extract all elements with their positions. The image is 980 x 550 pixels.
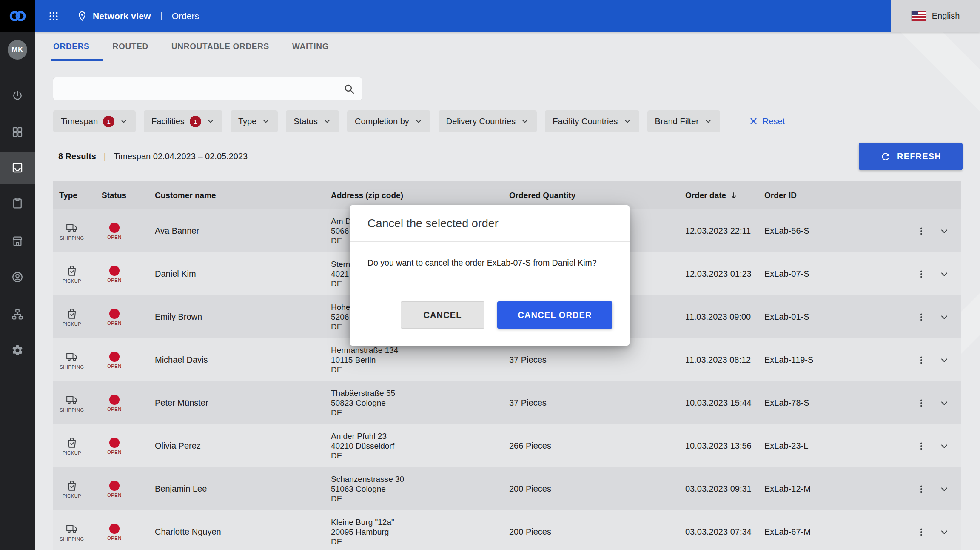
order-id: ExLab-119-S <box>758 355 813 365</box>
dialog-actions: CANCEL CANCEL ORDER <box>350 301 630 346</box>
expand-chevron-icon[interactable] <box>939 484 949 494</box>
filter-status[interactable]: Status <box>286 110 339 132</box>
ordered-quantity: 37 Pieces <box>503 398 679 408</box>
kebab-menu-icon[interactable] <box>916 484 926 494</box>
kebab-menu-icon[interactable] <box>916 527 926 537</box>
status-badge: OPEN <box>107 235 122 240</box>
brand-logo[interactable] <box>0 0 35 32</box>
col-status: Status <box>96 191 149 200</box>
chevron-down-icon <box>414 117 423 126</box>
reset-filters-button[interactable]: Reset <box>749 117 785 126</box>
kebab-menu-icon[interactable] <box>916 355 926 365</box>
timespan-summary: Timespan 02.04.2023 – 02.05.2023 <box>114 152 248 161</box>
expand-chevron-icon[interactable] <box>939 527 949 537</box>
dialog-message: Do you want to cancel the order ExLab-07… <box>350 242 630 268</box>
sidebar-item-orders-inbox[interactable] <box>0 152 35 184</box>
status-open-dot <box>109 481 120 491</box>
chevron-down-icon <box>704 117 712 126</box>
filter-delivery-countries[interactable]: Delivery Countries <box>439 110 537 132</box>
status-badge: OPEN <box>107 450 122 455</box>
order-id: ExLab-01-S <box>758 312 809 322</box>
status-open-dot <box>109 223 120 233</box>
language-selector[interactable]: English <box>891 0 980 32</box>
order-id: ExLab-12-M <box>758 484 811 494</box>
top-header: Network view | Orders English <box>35 0 980 32</box>
expand-chevron-icon[interactable] <box>939 312 949 322</box>
col-order-id: Order ID <box>758 191 961 200</box>
col-type: Type <box>53 191 96 200</box>
filter-facilities[interactable]: Facilities 1 <box>144 110 222 132</box>
table-row[interactable]: SHIPPING OPEN Peter Münster Thabäerstraß… <box>53 381 961 424</box>
search-icon[interactable] <box>343 83 355 95</box>
tab-unroutable-orders[interactable]: UNROUTABLE ORDERS <box>171 32 269 61</box>
sidebar-item-account[interactable] <box>0 261 35 293</box>
expand-chevron-icon[interactable] <box>939 398 949 408</box>
refresh-button[interactable]: REFRESH <box>859 143 963 170</box>
expand-chevron-icon[interactable] <box>939 355 949 365</box>
results-summary: 8 Results | Timespan 02.04.2023 – 02.05.… <box>58 143 248 169</box>
dialog-confirm-cancel-order-button[interactable]: CANCEL ORDER <box>497 301 612 329</box>
location-pin-icon <box>77 11 88 22</box>
filter-brand[interactable]: Brand Filter <box>647 110 720 132</box>
kebab-menu-icon[interactable] <box>916 441 926 451</box>
kebab-menu-icon[interactable] <box>916 269 926 279</box>
close-icon <box>749 117 758 126</box>
cancel-order-dialog: Cancel the selected order Do you want to… <box>350 205 630 346</box>
search-box <box>53 77 362 100</box>
sidebar-item-network[interactable] <box>0 298 35 330</box>
filter-type[interactable]: Type <box>231 110 278 132</box>
filter-timespan[interactable]: Timespan 1 <box>53 110 136 132</box>
status-badge: OPEN <box>107 321 122 326</box>
chevron-down-icon <box>521 117 529 126</box>
address: Schanzenstrasse 3051063 CologneDE <box>331 474 503 504</box>
order-date: 11.03.2023 09:00 <box>679 312 758 322</box>
table-row[interactable]: PICKUP OPEN Olivia Perez An der Pfuhl 23… <box>53 424 961 467</box>
tab-routed[interactable]: ROUTED <box>113 32 148 61</box>
expand-chevron-icon[interactable] <box>939 269 949 279</box>
dialog-cancel-button[interactable]: CANCEL <box>401 301 484 329</box>
table-row[interactable]: PICKUP OPEN Benjamin Lee Schanzenstrasse… <box>53 467 961 510</box>
apps-grid-icon <box>48 11 59 22</box>
filter-facility-countries[interactable]: Facility Countries <box>545 110 639 132</box>
refresh-icon <box>880 151 891 162</box>
status-badge: OPEN <box>107 493 122 498</box>
address: Thabäerstraße 5550823 CologneDE <box>331 388 503 418</box>
search-input[interactable] <box>53 84 343 94</box>
col-order-date[interactable]: Order date <box>679 191 758 200</box>
storefront-icon <box>11 235 24 247</box>
sidebar-item-logout[interactable] <box>0 80 35 112</box>
chevron-down-icon <box>120 117 128 126</box>
chevron-down-icon <box>262 117 270 126</box>
tab-waiting[interactable]: WAITING <box>292 32 329 61</box>
tab-orders[interactable]: ORDERS <box>53 32 90 61</box>
pickup-bag-icon <box>66 264 78 277</box>
customer-name: Olivia Perez <box>149 441 325 451</box>
kebab-menu-icon[interactable] <box>916 312 926 322</box>
shipping-truck-icon <box>66 350 78 363</box>
table-row[interactable]: SHIPPING OPEN Charlotte Nguyen Kleine Bu… <box>53 510 961 550</box>
kebab-menu-icon[interactable] <box>916 398 926 408</box>
account-circle-icon <box>11 271 24 284</box>
ordered-quantity: 200 Pieces <box>503 484 679 494</box>
expand-chevron-icon[interactable] <box>939 226 949 236</box>
filter-completion-by[interactable]: Completion by <box>347 110 430 132</box>
view-switcher[interactable]: Network view <box>77 11 151 22</box>
sidebar-item-settings[interactable] <box>0 334 35 367</box>
user-avatar[interactable]: MK <box>8 40 27 60</box>
order-id: ExLab-23-L <box>758 441 808 451</box>
sidebar-item-dashboard[interactable] <box>0 116 35 148</box>
sidebar-item-pickup-orders[interactable] <box>0 187 35 219</box>
sidebar: MK <box>0 0 35 550</box>
status-open-dot <box>109 352 120 362</box>
shipping-truck-icon <box>66 221 78 234</box>
sidebar-item-store[interactable] <box>0 225 35 257</box>
order-id: ExLab-78-S <box>758 398 809 408</box>
expand-chevron-icon[interactable] <box>939 441 949 451</box>
apps-grid-button[interactable] <box>46 9 61 24</box>
status-open-dot <box>109 309 120 319</box>
shipping-truck-icon <box>66 393 78 406</box>
kebab-menu-icon[interactable] <box>916 226 926 236</box>
status-badge: OPEN <box>107 364 122 369</box>
results-count: 8 Results <box>58 152 96 161</box>
address: An der Pfuhl 2340210 DüsseldorfDE <box>331 431 503 461</box>
